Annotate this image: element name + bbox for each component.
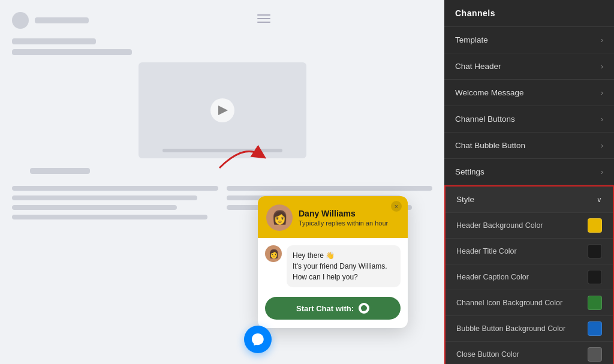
skeleton-line-title: [35, 17, 89, 23]
skeleton-text-group-1: [12, 38, 432, 55]
sidebar-item-template-label: Template: [455, 35, 488, 44]
messenger-icon-small: [359, 303, 369, 314]
chevron-right-icon-chat-header: ›: [601, 62, 603, 71]
color-swatch-bubble-btn-bg[interactable]: [588, 321, 602, 336]
style-row-bubble-btn-bg: Bubble Button Background Color: [446, 316, 613, 342]
sidebar-item-welcome-message[interactable]: Welcome Message ›: [444, 80, 614, 106]
style-row-header-bg-label: Header Background Color: [456, 221, 543, 230]
color-swatch-channel-icon-bg[interactable]: [588, 296, 602, 310]
chevron-right-icon-template: ›: [601, 36, 603, 44]
sidebar-item-chat-bubble-button[interactable]: Chat Bubble Button ›: [444, 133, 614, 159]
color-swatch-header-title[interactable]: [588, 244, 602, 258]
hamburger-icon[interactable]: [257, 14, 270, 23]
skeleton-col-left: [12, 186, 218, 219]
chevron-right-icon-welcome: ›: [601, 89, 603, 97]
sidebar-item-template[interactable]: Template ›: [444, 27, 614, 53]
preview-area: 👩 Dany Williams Typically replies within…: [0, 0, 444, 364]
style-section: Style ∨ Header Background Color Header T…: [444, 185, 614, 364]
skeleton-header: [12, 12, 432, 29]
sidebar-item-settings[interactable]: Settings ›: [444, 159, 614, 185]
sidebar-item-chat-header-label: Chat Header: [455, 62, 501, 71]
messenger-fab[interactable]: [244, 326, 272, 353]
chat-header-text: Dany Williams Typically replies within a…: [299, 209, 388, 227]
chat-greeting: Hey there 👋: [293, 251, 335, 260]
chat-bubble: Hey there 👋 It's your friend Dany Willia…: [287, 245, 401, 287]
style-row-channel-icon-bg-label: Channel Icon Background Color: [456, 299, 562, 307]
skeleton-logo: [12, 12, 29, 29]
style-rows: Header Background Color Header Title Col…: [446, 213, 613, 364]
style-row-header-title: Header Title Color: [446, 239, 613, 264]
style-row-bubble-btn-label: Bubble Button Background Color: [456, 324, 565, 333]
color-swatch-header-bg[interactable]: [588, 218, 602, 233]
chevron-right-icon-chat-bubble: ›: [601, 142, 603, 150]
style-row-channel-icon-bg: Channel Icon Background Color: [446, 290, 613, 316]
chat-agent-name: Dany Williams: [299, 209, 388, 218]
style-row-close-btn-label: Close Button Color: [456, 350, 519, 359]
chat-agent-subtitle: Typically replies within an hour: [299, 219, 388, 227]
style-row-header-bg: Header Background Color: [446, 213, 613, 239]
start-chat-label: Start Chat with:: [296, 304, 354, 313]
play-button[interactable]: [210, 98, 234, 122]
chat-widget-header: 👩 Dany Williams Typically replies within…: [258, 196, 408, 238]
style-section-header[interactable]: Style ∨: [446, 186, 613, 213]
chat-message: It's your friend Dany Williams. How can …: [293, 262, 387, 281]
sidebar-item-welcome-label: Welcome Message: [455, 88, 524, 97]
sidebar-item-chat-bubble-label: Chat Bubble Button: [455, 141, 525, 150]
style-label: Style: [456, 195, 474, 204]
chevron-right-icon-settings: ›: [601, 168, 603, 176]
sidebar: Channels Template › Chat Header › Welcom…: [444, 0, 614, 364]
chat-widget: 👩 Dany Williams Typically replies within…: [258, 196, 408, 328]
sidebar-item-settings-label: Settings: [455, 167, 484, 176]
sidebar-channels-label: Channels: [444, 0, 614, 27]
chat-body: 👩 Hey there 👋 It's your friend Dany Will…: [258, 238, 408, 294]
color-swatch-close-btn[interactable]: [588, 347, 602, 362]
start-chat-button[interactable]: Start Chat with:: [265, 297, 401, 320]
chevron-right-icon-channel-buttons: ›: [601, 115, 603, 124]
red-arrow: [213, 138, 267, 176]
chevron-down-icon-style: ∨: [597, 195, 602, 204]
style-row-close-btn: Close Button Color: [446, 342, 613, 364]
sidebar-item-chat-header[interactable]: Chat Header ›: [444, 53, 614, 80]
style-row-header-caption: Header Caption Color: [446, 264, 613, 290]
sidebar-item-channel-buttons[interactable]: Channel Buttons ›: [444, 106, 614, 133]
chat-bot-avatar: 👩: [265, 245, 282, 262]
color-swatch-header-caption[interactable]: [588, 270, 602, 284]
sidebar-item-channel-buttons-label: Channel Buttons: [455, 115, 515, 124]
style-row-header-caption-label: Header Caption Color: [456, 273, 529, 281]
style-row-header-title-label: Header Title Color: [456, 247, 517, 255]
chat-close-button[interactable]: ×: [391, 201, 402, 212]
chat-avatar: 👩: [266, 204, 293, 231]
